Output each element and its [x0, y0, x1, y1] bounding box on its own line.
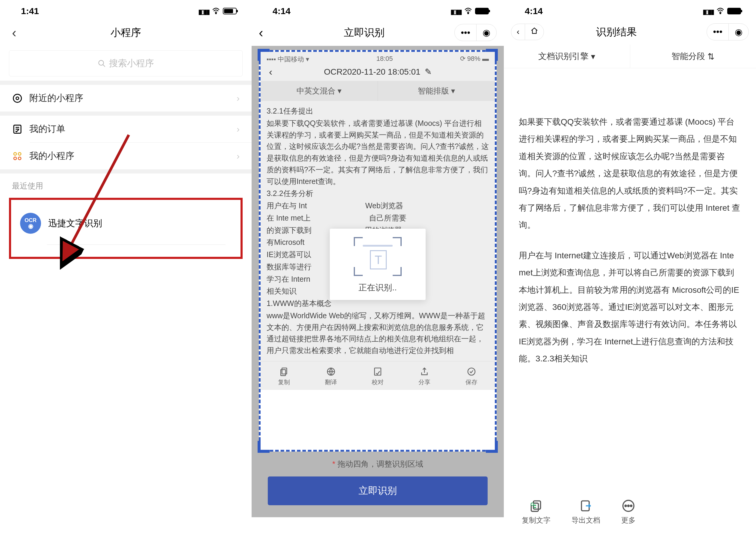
crop-frame[interactable]: ▪▪▪▪ 中国移动 ▾ 18:05 ⟳ 98% ▬ ‹ OCR2020-11-2…: [259, 50, 497, 452]
grid-icon: [12, 151, 23, 161]
inner-sync-icon: ⟳: [460, 55, 465, 62]
chevron-right-icon: ›: [237, 124, 240, 134]
signal-icon: [703, 6, 713, 16]
copy-icon: [530, 499, 543, 512]
crop-area: ▪▪▪▪ 中国移动 ▾ 18:05 ⟳ 98% ▬ ‹ OCR2020-11-2…: [252, 46, 504, 517]
menu-icon[interactable]: •••: [707, 24, 729, 40]
inner-tab-lang: 中英文混合 ▾: [261, 81, 378, 101]
inner-save-button: 保存: [465, 367, 477, 386]
status-time: 4:14: [273, 6, 291, 16]
inner-tab-layout: 智能排版 ▾: [378, 81, 495, 101]
wifi-icon: [464, 6, 472, 16]
export-icon: [579, 499, 592, 512]
inner-title-bar: ‹ OCR2020-11-20 18:05:01 ✎: [261, 66, 495, 81]
chevron-right-icon: ›: [237, 93, 240, 103]
battery-icon: [475, 8, 489, 14]
result-tabs: 文档识别引擎 ▾ 智能分段 ⇅: [504, 45, 756, 68]
export-doc-button[interactable]: 导出文档: [571, 499, 600, 525]
chevron-down-icon: ▾: [591, 52, 595, 61]
menu-icon[interactable]: •••: [455, 24, 477, 41]
inner-status-bar: ▪▪▪▪ 中国移动 ▾ 18:05 ⟳ 98% ▬: [261, 52, 495, 66]
inner-copy-button: 复制: [278, 367, 290, 386]
search-input[interactable]: 搜索小程序: [9, 50, 243, 76]
screenshot-recognize: 4:14 ‹ 立即识别 ••• ◉ ▪▪▪▪ 中国移动 ▾ 18:05: [252, 0, 504, 543]
inner-wifi-icon: ▾: [306, 55, 309, 63]
inner-back-icon: ‹: [269, 66, 272, 78]
back-icon[interactable]: ‹: [511, 24, 525, 40]
inner-proofread-button: 校对: [372, 367, 384, 386]
svg-point-17: [720, 13, 721, 14]
status-indicators: [198, 6, 237, 16]
sort-icon: ⇅: [707, 52, 714, 61]
result-paragraph: 如果要下载QQ安装软件，或者需要通过慕课 (Moocs) 平台进行相关课程的学习…: [519, 113, 741, 234]
svg-point-0: [215, 13, 216, 14]
recognize-button[interactable]: 立即识别: [268, 477, 488, 505]
location-icon: [12, 93, 23, 104]
wifi-icon: [212, 6, 220, 16]
svg-point-23: [625, 505, 626, 506]
battery-icon: [223, 8, 237, 14]
eye-icon: ◉: [28, 222, 33, 229]
nav-bar: ‹ 识别结果 ••• ◉: [504, 19, 756, 45]
crop-hint: * 拖动四角，调整识别区域: [259, 452, 497, 477]
tab-segment[interactable]: 智能分段 ⇅: [630, 45, 756, 68]
svg-point-16: [468, 368, 475, 375]
nav-bar: ‹ 小程序: [0, 19, 252, 46]
close-target-icon[interactable]: ◉: [477, 24, 496, 41]
back-icon[interactable]: ‹: [259, 25, 274, 40]
crop-handle-bl[interactable]: [258, 441, 270, 453]
status-indicators: [450, 6, 489, 16]
svg-point-25: [630, 505, 632, 506]
copy-text-button[interactable]: 复制文字: [522, 499, 551, 525]
status-time: 1:41: [21, 6, 39, 16]
svg-point-6: [14, 152, 16, 155]
wifi-icon: [716, 6, 724, 16]
nearby-miniprogram-row[interactable]: 附近的小程序 ›: [0, 85, 252, 111]
status-bar: 1:41: [0, 0, 252, 19]
edit-icon: ✎: [425, 67, 432, 77]
page-title: 立即识别: [274, 26, 454, 40]
svg-point-9: [18, 157, 21, 160]
recognizing-text: 正在识别..: [330, 282, 426, 294]
orders-icon: [12, 124, 23, 134]
status-bar: 4:14: [504, 0, 756, 19]
miniprogram-capsule: ••• ◉: [454, 24, 497, 41]
result-text[interactable]: 如果要下载QQ安装软件，或者需要通过慕课 (Moocs) 平台进行相关课程的学习…: [504, 68, 756, 392]
chevron-down-icon: ▾: [451, 86, 455, 95]
bottom-actions: 复制文字 导出文档 更多: [504, 499, 756, 525]
crop-handle-br[interactable]: [486, 441, 498, 453]
battery-icon: [727, 8, 741, 14]
nav-bar: ‹ 立即识别 ••• ◉: [252, 19, 504, 46]
my-orders-row[interactable]: 我的订单 ›: [0, 116, 252, 142]
chevron-right-icon: ›: [237, 151, 240, 161]
result-paragraph: 用户在与 Internet建立连接后，可以通过Web浏览器在 Inte met上…: [519, 247, 741, 368]
miniprogram-item-ocr[interactable]: OCR ◉ 迅捷文字识别: [14, 207, 238, 239]
svg-point-8: [14, 157, 16, 160]
inner-tabs: 中英文混合 ▾ 智能排版 ▾: [261, 81, 495, 101]
screenshot-miniprogram-list: 1:41 ‹ 小程序 搜索小程序 附近的小程序 › 我的订单 ›: [0, 0, 252, 543]
svg-point-11: [468, 13, 468, 14]
svg-point-3: [16, 97, 19, 99]
recent-label: 最近使用: [0, 173, 252, 195]
inner-share-button: 分享: [418, 367, 430, 386]
svg-point-7: [18, 152, 21, 155]
crop-handle-tr[interactable]: [486, 49, 498, 61]
recognizing-modal: T 正在识别..: [330, 229, 426, 300]
page-title: 识别结果: [529, 25, 704, 39]
highlight-box: OCR ◉ 迅捷文字识别: [9, 198, 243, 259]
svg-point-24: [628, 505, 629, 506]
captured-screenshot: ▪▪▪▪ 中国移动 ▾ 18:05 ⟳ 98% ▬ ‹ OCR2020-11-2…: [261, 52, 495, 390]
crop-handle-tl[interactable]: [258, 49, 270, 61]
inner-bottom-bar: 复制 翻译 校对 分享 保存: [261, 361, 495, 390]
asterisk-icon: *: [332, 459, 337, 468]
more-button[interactable]: 更多: [621, 499, 636, 525]
screenshot-result: 4:14 ‹ 识别结果 ••• ◉ 文档识别引擎 ▾ 智能分段 ⇅: [504, 0, 756, 543]
close-target-icon[interactable]: ◉: [729, 24, 749, 40]
inner-translate-button: 翻译: [325, 367, 337, 386]
my-miniprogram-row[interactable]: 我的小程序 ›: [0, 143, 252, 169]
svg-rect-12: [282, 368, 287, 374]
scan-animation-icon: T: [354, 237, 402, 276]
tab-engine[interactable]: 文档识别引擎 ▾: [504, 45, 630, 68]
svg-point-4: [13, 94, 22, 102]
chevron-down-icon: ▾: [338, 86, 341, 95]
